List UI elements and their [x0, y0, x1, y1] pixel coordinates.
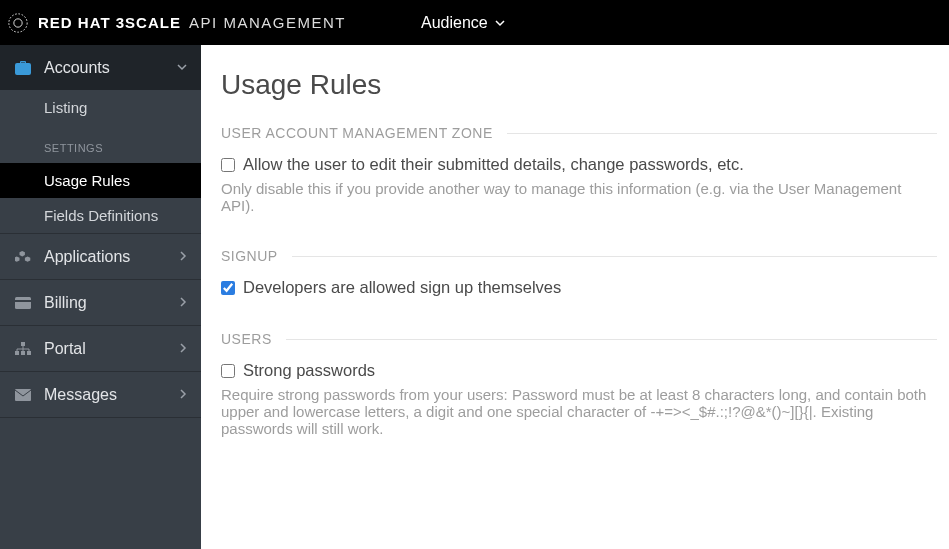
- svg-rect-7: [27, 351, 31, 355]
- sidebar-sub-header-settings: Settings: [0, 133, 201, 163]
- chevron-down-icon: [494, 17, 506, 29]
- allow-edit-hint: Only disable this if you provide another…: [221, 180, 937, 214]
- topbar: RED HAT 3SCALE API MANAGEMENT Audience: [0, 0, 949, 45]
- sitemap-icon: [14, 342, 32, 356]
- svg-rect-4: [21, 342, 25, 346]
- sidebar-item-applications[interactable]: Applications: [0, 234, 201, 279]
- chevron-right-icon: [179, 388, 187, 402]
- sidebar-item-accounts[interactable]: Accounts: [0, 45, 201, 90]
- svg-rect-5: [15, 351, 19, 355]
- signup-allowed-checkbox[interactable]: [221, 281, 235, 295]
- main-content: Usage Rules USER ACCOUNT MANAGEMENT ZONE…: [201, 45, 949, 549]
- sidebar-item-label: Messages: [44, 386, 179, 404]
- sidebar-item-label: Portal: [44, 340, 179, 358]
- audience-label: Audience: [421, 14, 488, 32]
- chevron-down-icon: [177, 61, 187, 75]
- page-title: Usage Rules: [221, 69, 937, 101]
- sidebar-item-portal[interactable]: Portal: [0, 326, 201, 371]
- svg-rect-8: [15, 389, 31, 401]
- section-heading-signup: SIGNUP: [221, 248, 937, 264]
- signup-allowed-label[interactable]: Developers are allowed sign up themselve…: [243, 278, 561, 297]
- allow-edit-label[interactable]: Allow the user to edit their submitted d…: [243, 155, 744, 174]
- svg-point-1: [14, 18, 22, 26]
- redhat-logo-icon: [8, 13, 28, 33]
- svg-rect-3: [15, 300, 31, 302]
- cubes-icon: [14, 250, 32, 264]
- sidebar-sub-usage-rules[interactable]: Usage Rules: [0, 163, 201, 198]
- sidebar-item-billing[interactable]: Billing: [0, 280, 201, 325]
- strong-passwords-checkbox[interactable]: [221, 364, 235, 378]
- briefcase-icon: [14, 61, 32, 75]
- strong-passwords-label[interactable]: Strong passwords: [243, 361, 375, 380]
- sidebar-item-label: Accounts: [44, 59, 177, 77]
- sidebar-sub-listing[interactable]: Listing: [0, 90, 201, 125]
- sidebar-item-messages[interactable]: Messages: [0, 372, 201, 417]
- allow-edit-checkbox[interactable]: [221, 158, 235, 172]
- section-heading-user-account: USER ACCOUNT MANAGEMENT ZONE: [221, 125, 937, 141]
- sidebar: Accounts Listing Settings Usage Rules Fi…: [0, 45, 201, 549]
- sidebar-item-label: Billing: [44, 294, 179, 312]
- section-heading-users: USERS: [221, 331, 937, 347]
- sidebar-item-label: Applications: [44, 248, 179, 266]
- envelope-icon: [14, 389, 32, 401]
- chevron-right-icon: [179, 250, 187, 264]
- brand-title: RED HAT 3SCALE API MANAGEMENT: [38, 14, 346, 31]
- audience-dropdown[interactable]: Audience: [421, 14, 506, 32]
- chevron-right-icon: [179, 296, 187, 310]
- svg-rect-6: [21, 351, 25, 355]
- credit-card-icon: [14, 297, 32, 309]
- strong-passwords-hint: Require strong passwords from your users…: [221, 386, 937, 437]
- sidebar-sub-fields-definitions[interactable]: Fields Definitions: [0, 198, 201, 233]
- chevron-right-icon: [179, 342, 187, 356]
- svg-rect-2: [15, 297, 31, 309]
- svg-point-0: [9, 13, 27, 31]
